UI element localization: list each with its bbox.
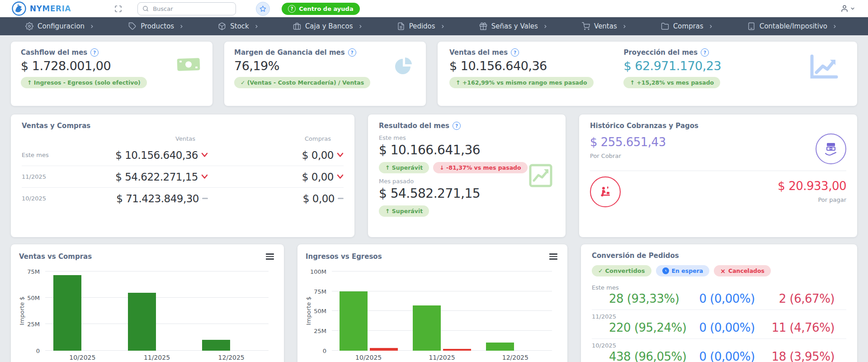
column-header-ventas: Ventas	[80, 135, 208, 142]
help-center-button[interactable]: ? Centro de ayuda	[282, 3, 360, 15]
cancelled-value: 2 (6,67%)	[767, 292, 846, 305]
ventas-vs-compras-chart: Ventas vs Compras Importe $ 025M50M75M 1…	[11, 244, 284, 362]
this-month-label: Este mes	[379, 134, 555, 141]
x-axis-labels: 10/202511/202512/2025	[45, 354, 269, 361]
projection-kpi: Proyección del mes ? $ 62.971.170,23 ↑ +…	[623, 48, 797, 99]
brand-name: NYMERIA	[30, 4, 71, 13]
payable-label: Por pagar	[778, 196, 846, 203]
convertidos-chip: ✓ Convertidos	[592, 265, 651, 276]
user-menu[interactable]	[840, 5, 855, 13]
trend-flat-icon	[338, 198, 344, 199]
compras-value: $ 0,00	[302, 171, 334, 183]
nav-item-ventas[interactable]: Ventas	[582, 22, 627, 30]
help-icon[interactable]: ?	[701, 48, 709, 57]
person-desk-icon	[590, 176, 621, 207]
help-icon[interactable]: ?	[348, 48, 356, 57]
trend-down-icon	[201, 174, 208, 179]
chevron-right-icon	[179, 24, 184, 29]
cancelled-value: 18 (3,95%)	[767, 350, 846, 362]
ventas-bar[interactable]	[53, 275, 81, 351]
table-row: 11/2025 $ 54.622.271,15 $ 0,00	[22, 166, 344, 188]
briefcase-icon	[293, 22, 301, 30]
divider	[590, 171, 846, 171]
main-nav: Configuracion Productos Stock Caja y Ban…	[0, 17, 868, 35]
waiting-value: 0 (0,00%)	[687, 350, 767, 362]
card-title-text: Conversión de Pedidos	[592, 252, 679, 260]
y-tick-label: 75M	[314, 288, 326, 295]
folder-icon	[661, 22, 669, 30]
y-tick-label: 0	[323, 347, 326, 354]
nav-item-stock[interactable]: Stock	[218, 22, 259, 30]
cashflow-value: $ 1.728.001,00	[21, 59, 203, 73]
surplus-badge: ↑ Superávit	[379, 205, 429, 217]
search-box[interactable]	[137, 2, 236, 15]
nav-item-contable-impositivo[interactable]: Contable/Impositivo	[747, 22, 837, 30]
nav-item-productos[interactable]: Productos	[128, 22, 184, 30]
y-tick-label: 0	[36, 347, 40, 354]
sales-projection-card: Ventas del mes ? $ 10.156.640,36 ↑ +162,…	[438, 42, 857, 106]
table-row: Este mes $ 10.156.640,36 $ 0,00	[22, 144, 344, 166]
card-title-text: Ventas y Compras	[22, 122, 90, 130]
chart-plot-area: Importe $ 025M50M75M	[45, 272, 269, 351]
search-icon	[142, 5, 149, 12]
y-tick-label: 50M	[27, 295, 40, 301]
x-tick-label: 12/2025	[479, 354, 552, 361]
table-row: 10/2025 $ 71.423.849,30 $ 0,00	[22, 188, 344, 209]
en-espera-chip: En espera	[656, 265, 710, 276]
bar-groups	[45, 272, 269, 351]
ventas-value: $ 71.423.849,30	[116, 193, 199, 205]
help-icon[interactable]: ?	[453, 122, 461, 130]
chevron-right-icon	[90, 24, 94, 29]
card-title-text: Proyección del mes	[623, 48, 698, 57]
ingresos-bar[interactable]	[413, 305, 441, 351]
chart-plot-area: Importe $ 025M50M75M100M	[332, 272, 552, 351]
x-icon: ×	[720, 268, 726, 274]
ventas-value: $ 54.622.271,15	[115, 171, 198, 183]
nav-item-configuracion[interactable]: Configuracion	[25, 22, 94, 30]
cashflow-formula-badge: ↑ Ingresos - Egresos (solo efectivo)	[21, 77, 147, 88]
row-label: 10/2025	[592, 342, 846, 349]
chart-menu-button[interactable]	[547, 252, 559, 262]
egresos-bar[interactable]	[443, 349, 471, 351]
margin-value: 76,19%	[234, 59, 416, 73]
card-title-text: Histórico Cobranzas y Pagos	[590, 122, 698, 130]
row-label: 11/2025	[22, 173, 80, 180]
converted-value: 438 (96,05%)	[592, 350, 687, 362]
nav-item-senas-y-vales[interactable]: Señas y Vales	[479, 22, 548, 30]
nav-label: Contable/Impositivo	[760, 22, 827, 30]
nav-item-caja-y-bancos[interactable]: Caja y Bancos	[293, 22, 363, 30]
brand-logo[interactable]: NYMERIA	[12, 1, 71, 16]
search-input[interactable]	[152, 5, 231, 13]
compras-value: $ 0,00	[303, 193, 335, 205]
nav-label: Configuracion	[38, 22, 85, 30]
clock-icon	[662, 267, 669, 274]
chart-menu-button[interactable]	[264, 252, 276, 262]
vs-last-month-badge: ↓ -81,37% vs mes pasado	[433, 162, 527, 173]
nav-label: Pedidos	[409, 22, 435, 30]
question-icon: ?	[288, 5, 296, 13]
cube-icon	[218, 22, 226, 30]
projection-trend-badge: ↑ +15,28% vs mes pasado	[623, 77, 720, 88]
ventas-bar[interactable]	[128, 293, 156, 350]
user-icon	[840, 5, 849, 13]
chevron-right-icon	[832, 24, 837, 29]
ventas-bar[interactable]	[202, 340, 230, 351]
converted-value: 220 (95,24%)	[592, 321, 687, 334]
conversion-row: 10/2025 438 (96,05%) 0 (0,00%) 18 (3,95%…	[592, 339, 846, 362]
chip-label: Cancelados	[728, 267, 764, 274]
nav-item-compras[interactable]: Compras	[661, 22, 713, 30]
sales-value: $ 10.156.640,36	[449, 59, 623, 73]
favorites-button[interactable]	[256, 2, 270, 16]
fullscreen-button[interactable]	[114, 5, 122, 13]
gift-icon	[479, 22, 487, 30]
nav-label: Ventas	[594, 22, 617, 30]
receivable-label: Por Cobrar	[590, 152, 666, 159]
egresos-bar[interactable]	[370, 348, 398, 351]
trend-flat-icon	[202, 198, 208, 199]
ingresos-bar[interactable]	[486, 343, 514, 351]
help-icon[interactable]: ?	[511, 48, 519, 57]
nav-item-pedidos[interactable]: Pedidos	[397, 22, 445, 30]
ingresos-bar[interactable]	[340, 291, 368, 351]
chip-label: ✓ Convertidos	[598, 267, 645, 274]
help-icon[interactable]: ?	[90, 48, 99, 57]
